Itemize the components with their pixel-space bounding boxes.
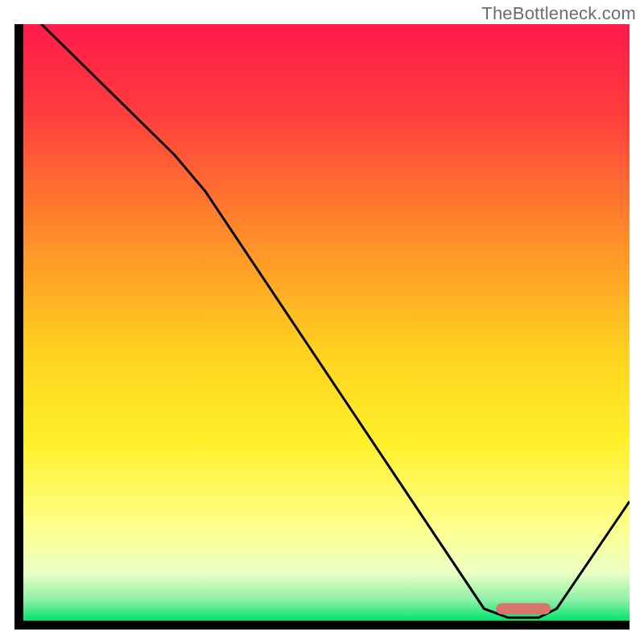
gradient-background <box>23 24 630 621</box>
chart-svg <box>14 24 630 630</box>
minimum-marker <box>496 603 551 614</box>
watermark-text: TheBottleneck.com <box>481 3 636 24</box>
plot-frame <box>14 24 630 630</box>
chart-container: TheBottleneck.com <box>0 0 644 644</box>
